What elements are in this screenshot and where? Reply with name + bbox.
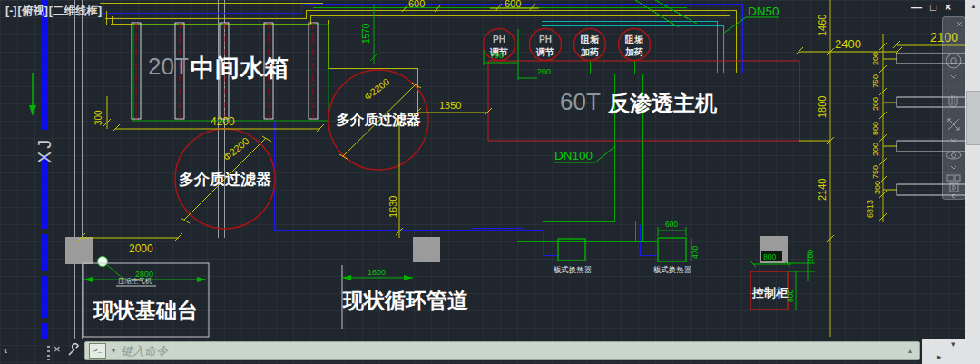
heat-exchanger-2[interactable]: 板式换热器 600 470 — [653, 220, 700, 274]
dim-2400: 2400 — [835, 37, 861, 51]
cad-drawing-viewport[interactable]: XJ — [0, 0, 980, 364]
dim-2140: 2140 — [817, 179, 828, 201]
scroll-up-icon[interactable]: ▴ — [965, 0, 980, 12]
axis-label: XJ — [34, 137, 54, 163]
ro-name-label: 反渗透主机 — [607, 91, 718, 115]
navbar-close-icon[interactable] — [957, 22, 962, 26]
vertical-scrollbar[interactable]: ▴ — [965, 0, 980, 339]
ro-unit-60t[interactable]: 60T 反渗透主机 — [488, 61, 799, 141]
vertical-scrollbar-thumb[interactable] — [966, 91, 980, 145]
command-line-left-controls: ‹ × — [0, 338, 84, 364]
dim-hx-600: 600 — [665, 220, 678, 229]
close-button[interactable]: × — [945, 1, 951, 14]
navigation-bar[interactable] — [942, 16, 965, 200]
dim-1350: 1350 — [439, 100, 461, 111]
view-name-menu[interactable]: [俯视] — [18, 5, 48, 17]
zoom-icon[interactable] — [948, 119, 959, 130]
dim-4200: 4200 — [211, 115, 235, 128]
dim-600-left: 600 — [408, 0, 425, 9]
dim-cab-800: 800 — [786, 290, 795, 302]
drawing-window-controls: — □ × — [911, 1, 951, 14]
navbar-caret-icon[interactable] — [951, 75, 956, 78]
customize-wrench-icon[interactable] — [67, 343, 80, 361]
scrollbar-corner[interactable]: ▾ ▸ — [922, 339, 980, 364]
dim-hx-470: 470 — [691, 246, 700, 259]
dosing2-line2: 调节 — [535, 47, 554, 57]
svg-text:DN100: DN100 — [554, 149, 593, 162]
dim-1800: 1800 — [817, 96, 828, 118]
layout-collapse-icon[interactable]: ‹ — [4, 343, 7, 357]
viewport-label: [-][俯视][二维线框] — [5, 4, 103, 19]
orbit-icon[interactable] — [946, 152, 961, 159]
dim-chain-750b: 750 — [871, 165, 880, 179]
pipe-label-dn50: DN50 — [724, 5, 779, 33]
circulation-pipe-note: 现状循环管道 — [342, 265, 468, 329]
command-line-close-icon[interactable]: × — [54, 342, 61, 356]
dim-790: 790 — [490, 51, 504, 60]
control-cabinet-area[interactable]: 800 控制柜 800 200 — [750, 236, 815, 310]
dosing4-line1: 阻垢 — [625, 34, 643, 44]
tank-capacity-label: 20T — [148, 53, 189, 80]
tank-name-label: 中间水箱 — [191, 54, 289, 82]
minimize-button[interactable]: — — [911, 1, 922, 14]
ro-capacity-label: 60T — [560, 88, 601, 115]
pan-hand-icon[interactable] — [949, 95, 957, 107]
dosing2-line1: PH — [539, 34, 552, 44]
navbar-caret-icon[interactable] — [951, 139, 956, 142]
dim-chain-300: 300 — [873, 181, 882, 194]
dosing1-line1: PH — [493, 34, 505, 44]
dim-2000: 2000 — [129, 242, 153, 255]
dim-chain-200c: 200 — [871, 143, 880, 156]
dim-200: 200 — [537, 67, 551, 76]
dim-chain-200b: 200 — [871, 97, 880, 111]
media-filter-2[interactable]: Φ2200 多介质过滤器 — [328, 70, 428, 170]
viewport-controls-menu[interactable]: [-] — [5, 5, 17, 17]
filter2-diameter: Φ2200 — [362, 75, 392, 102]
scroll-right-icon[interactable]: ▸ — [937, 352, 942, 361]
heat-exchanger-1[interactable]: 板式换热器 — [554, 239, 593, 274]
showmotion-icon[interactable] — [947, 175, 960, 192]
svg-text:DN50: DN50 — [748, 5, 779, 18]
pipe-label-dn100: DN100 — [554, 146, 615, 162]
dim-chain-750a: 750 — [871, 74, 880, 88]
command-line-bar[interactable]: >_ ▾ 键入命令 ▴ — [84, 341, 920, 360]
tank-20t[interactable]: 20T 中间水箱 — [132, 23, 328, 121]
dosing-units[interactable]: PH 调节 PH 调节 阻垢 加药 阻垢 加药 — [484, 29, 651, 61]
model-space-drawing[interactable]: XJ — [0, 0, 980, 364]
cabinet-label: 控制柜 — [751, 286, 789, 300]
dim-1630: 1630 — [387, 196, 398, 218]
command-line-grip[interactable] — [47, 346, 50, 360]
navigation-wheel-icon[interactable] — [946, 54, 961, 68]
navbar-customize-icon[interactable] — [952, 194, 956, 198]
dim-chain-6813: 6813 — [866, 200, 875, 218]
dim-1460: 1460 — [817, 15, 828, 36]
hx2-label: 板式换热器 — [653, 265, 692, 274]
dosing3-line1: 阻垢 — [581, 34, 599, 44]
filter1-label: 多介质过滤器 — [179, 171, 271, 188]
equipment-pad-1[interactable] — [65, 237, 93, 264]
media-filter-1[interactable]: Φ2200 多介质过滤器 — [175, 129, 275, 229]
command-prompt-icon[interactable]: >_ — [89, 343, 106, 359]
restore-button[interactable]: □ — [930, 1, 936, 14]
pipe-runs — [100, 0, 742, 255]
command-expand-icon[interactable]: ▴ — [908, 347, 912, 355]
dim-pad-800: 800 — [763, 252, 776, 261]
navbar-caret-icon[interactable] — [951, 166, 956, 169]
filter2-label: 多介质过滤器 — [337, 112, 422, 127]
dim-1600: 1600 — [368, 268, 386, 277]
scroll-down-icon[interactable]: ▾ — [951, 339, 956, 349]
hx1-label: 板式换热器 — [554, 265, 593, 274]
north-arrow — [29, 73, 36, 116]
command-history-caret-icon[interactable]: ▾ — [112, 347, 115, 355]
dosing3-line2: 加药 — [580, 47, 599, 57]
foundation-label: 现状基础台 — [93, 299, 198, 322]
dim-cab-200: 200 — [806, 250, 815, 262]
equipment-pad-2[interactable] — [413, 237, 440, 262]
circulation-label: 现状循环管道 — [342, 289, 468, 312]
dosing4-line2: 加药 — [624, 47, 643, 57]
dim-300: 300 — [93, 110, 103, 125]
command-input[interactable]: 键入命令 — [121, 343, 168, 359]
dim-chain-200a: 200 — [871, 52, 880, 65]
compressor-note: 压缩空气机 — [116, 277, 156, 286]
visual-style-menu[interactable]: [二维线框] — [49, 5, 102, 17]
